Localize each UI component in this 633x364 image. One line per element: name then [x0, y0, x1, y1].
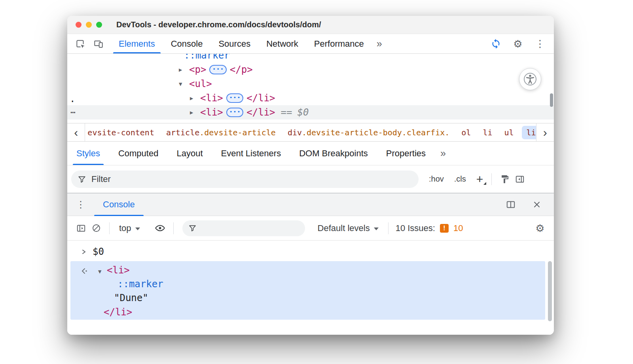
dom-tree-scrollbar[interactable]	[550, 93, 553, 107]
inline-expand-button[interactable]: •••	[226, 108, 243, 117]
tab-properties[interactable]: Properties	[377, 142, 435, 165]
open-tag: <li>	[200, 93, 223, 104]
tab-console[interactable]: Console	[163, 34, 211, 53]
tab-event-listeners[interactable]: Event Listeners	[212, 142, 290, 165]
filter-placeholder: Filter	[91, 174, 111, 184]
window-zoom-button[interactable]	[96, 22, 102, 28]
close-icon	[532, 200, 542, 209]
settings-button[interactable]: ⚙	[510, 36, 525, 51]
equals-sign: ==	[281, 107, 292, 118]
breadcrumb-forward-button[interactable]: ›	[536, 123, 554, 141]
result-open-line[interactable]: ▼<li>	[98, 264, 130, 278]
format-paint-button[interactable]	[497, 172, 512, 187]
divider	[109, 222, 110, 234]
dom-row-p[interactable]: ▶<p>•••</p>	[67, 63, 554, 77]
console-filter-input[interactable]	[182, 220, 305, 236]
breadcrumb-item[interactable]: article.devsite-article	[160, 128, 282, 137]
dom-row-li-selected[interactable]: ⋯ ▶<li>•••</li>==$0	[67, 105, 554, 119]
toggle-sidebar-button[interactable]	[512, 172, 527, 187]
breadcrumb-item[interactable]: ul	[498, 128, 519, 137]
expand-arrow-icon[interactable]: ▶	[179, 66, 189, 73]
drawer-tab-console[interactable]: Console	[94, 193, 144, 216]
breadcrumb-tag: article	[166, 128, 199, 137]
devtools-menu-button[interactable]: ⋮	[533, 36, 548, 51]
result-text-node[interactable]: "Dune"	[114, 291, 148, 305]
console-result-expanded[interactable]: ▼<li> ::marker "Dune" </li>	[70, 261, 545, 320]
more-panels-button[interactable]: »	[372, 34, 387, 53]
log-levels-selector[interactable]: Default levels	[314, 223, 383, 233]
console-messages: $0 ▼<li> ::marker "Dune" </li>	[67, 241, 554, 335]
result-pseudo-marker[interactable]: ::marker	[118, 277, 163, 291]
chevron-right-icon	[81, 248, 87, 256]
collapse-arrow-icon[interactable]: ▼	[179, 81, 189, 87]
tab-performance[interactable]: Performance	[306, 34, 372, 53]
issues-count: 10	[453, 223, 463, 233]
sync-extension-button[interactable]	[488, 36, 503, 51]
desktop-background: DevTools - developer.chrome.com/docs/dev…	[0, 0, 633, 364]
collapse-arrow-icon[interactable]: ▼	[98, 265, 107, 278]
tab-layout-label: Layout	[176, 148, 203, 159]
open-tag: <li>	[107, 265, 130, 276]
console-settings-button[interactable]: ⚙	[533, 221, 548, 236]
console-sidebar-button[interactable]	[74, 221, 89, 236]
breadcrumb-item[interactable]: div.devsite-article-body.clearfix.	[282, 128, 455, 137]
inline-expand-button[interactable]: •••	[209, 65, 226, 74]
breadcrumb-back-button[interactable]: ‹	[67, 123, 85, 141]
close-tag[interactable]: </li>	[104, 305, 132, 319]
tab-layout[interactable]: Layout	[167, 142, 212, 165]
styles-filter-bar: Filter :hov .cls +	[67, 165, 554, 193]
tab-dom-breakpoints[interactable]: DOM Breakpoints	[290, 142, 377, 165]
pseudo-element-label: ::marker	[184, 54, 230, 61]
paint-format-icon	[500, 174, 510, 184]
split-panel-icon	[506, 199, 516, 210]
chevron-down-icon	[135, 228, 140, 230]
eager-eval-button[interactable]	[153, 221, 168, 236]
drawer-menu-button[interactable]: ⋮	[67, 193, 89, 216]
open-tag: <p>	[189, 64, 206, 75]
tab-network[interactable]: Network	[258, 34, 306, 53]
kebab-menu-icon: ⋮	[534, 39, 546, 49]
open-tag: <ul>	[189, 78, 212, 89]
dock-right-icon	[515, 174, 525, 184]
levels-label: Default levels	[318, 223, 370, 233]
execution-context-selector[interactable]: top	[115, 223, 144, 233]
inspect-element-button[interactable]	[73, 36, 88, 51]
styles-filter-input[interactable]: Filter	[71, 171, 419, 188]
breadcrumb-list: evsite-content article.devsite-article d…	[85, 123, 536, 141]
console-scrollbar[interactable]	[548, 261, 552, 321]
divider	[388, 222, 389, 234]
cls-label: .cls	[454, 174, 466, 183]
expand-arrow-icon[interactable]: ▶	[190, 95, 200, 101]
issues-counter[interactable]: 10 Issues: ! 10	[396, 223, 463, 233]
toggle-element-state-button[interactable]: :hov	[429, 174, 444, 184]
breadcrumb-tag: ol	[461, 128, 471, 137]
breadcrumb-item-selected[interactable]: li	[522, 126, 536, 139]
tab-event-listeners-label: Event Listeners	[221, 148, 281, 159]
device-toolbar-button[interactable]	[91, 36, 106, 51]
tab-elements[interactable]: Elements	[111, 34, 163, 53]
chevron-double-icon: »	[377, 38, 382, 49]
breadcrumb-item[interactable]: ol	[455, 128, 477, 137]
console-command-echo[interactable]: $0	[81, 245, 104, 258]
close-drawer-button[interactable]	[529, 197, 544, 212]
accessibility-overlay-button[interactable]	[519, 68, 541, 90]
dom-row-marker[interactable]: ::marker	[67, 54, 554, 63]
more-style-tabs-button[interactable]: »	[435, 142, 451, 165]
device-toolbar-icon	[93, 39, 104, 49]
breadcrumb-item[interactable]: li	[477, 128, 498, 137]
inline-expand-button[interactable]: •••	[226, 93, 243, 103]
window-close-button[interactable]	[76, 22, 81, 28]
breadcrumb-item[interactable]: evsite-content	[86, 128, 160, 137]
dom-row-ul[interactable]: ▼<ul>	[67, 77, 554, 91]
split-drawer-button[interactable]	[503, 197, 518, 212]
dom-row-li-1[interactable]: ▶<li>•••</li>	[67, 91, 554, 105]
tab-styles[interactable]: Styles	[67, 142, 109, 165]
tab-computed-label: Computed	[118, 148, 159, 159]
clear-console-button[interactable]	[89, 221, 104, 236]
window-minimize-button[interactable]	[86, 22, 92, 28]
tab-sources[interactable]: Sources	[210, 34, 258, 53]
tab-computed[interactable]: Computed	[109, 142, 168, 165]
new-style-rule-button[interactable]: +	[476, 173, 486, 185]
expand-arrow-icon[interactable]: ▶	[190, 109, 200, 116]
element-classes-button[interactable]: .cls	[454, 174, 466, 184]
